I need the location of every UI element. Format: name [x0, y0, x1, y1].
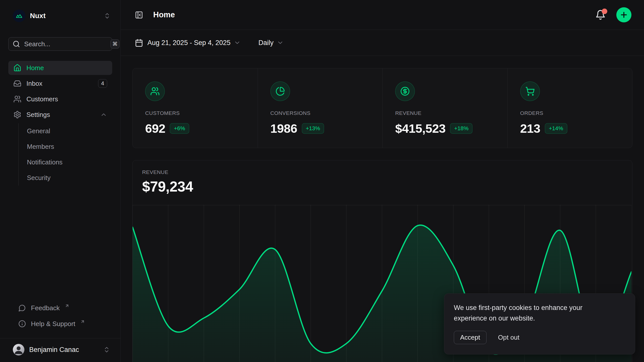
sidebar-item-settings[interactable]: Settings: [8, 108, 112, 122]
search-input[interactable]: [24, 40, 108, 48]
sidebar-item-home[interactable]: Home: [8, 61, 112, 75]
stat-value: 213: [520, 121, 540, 135]
sidebar-item-general[interactable]: General: [19, 123, 112, 139]
accept-button[interactable]: Accept: [454, 331, 487, 344]
stat-orders[interactable]: ORDERS 213 +14%: [507, 68, 632, 148]
stat-delta-badge: +13%: [302, 123, 324, 134]
cookie-message: We use first-party cookies to enhance yo…: [454, 303, 605, 324]
sidebar-item-inbox[interactable]: Inbox 4: [8, 76, 112, 90]
stat-delta-badge: +18%: [450, 123, 472, 134]
help-support-link[interactable]: Help & Support: [8, 317, 112, 331]
sidebar-item-customers[interactable]: Customers: [8, 92, 112, 106]
gear-icon: [13, 111, 21, 119]
users-icon: [145, 81, 165, 101]
chevron-up-icon: [100, 111, 107, 118]
chevron-down-icon: [277, 39, 284, 46]
chevron-down-icon: [234, 39, 241, 46]
sidebar: Nuxt ⌘ K Home Inbox 4: [0, 0, 121, 362]
sidebar-nav: Home Inbox 4 Customers Settings Ge: [8, 61, 112, 186]
notification-dot: [602, 9, 607, 14]
workspace-switcher[interactable]: Nuxt: [8, 9, 112, 23]
user-section: Benjamin Canac: [0, 338, 120, 362]
stat-customers[interactable]: CUSTOMERS 692 +6%: [133, 68, 258, 148]
panel-left-close-icon: [135, 11, 143, 19]
chevrons-up-down-icon: [103, 346, 110, 353]
search-icon: [13, 40, 20, 48]
date-range-value: Aug 21, 2025 - Sep 4, 2025: [147, 39, 230, 47]
stat-conversions[interactable]: CONVERSIONS 1986 +13%: [258, 68, 383, 148]
stat-value: 1986: [270, 121, 297, 135]
info-icon: [18, 320, 26, 328]
period-select[interactable]: Daily: [258, 39, 284, 47]
stat-label: CONVERSIONS: [270, 110, 370, 116]
sidebar-item-label: Home: [26, 64, 44, 72]
settings-children: General Members Notifications Security: [18, 123, 112, 186]
calendar-icon: [135, 39, 143, 47]
stats-cards: CUSTOMERS 692 +6% CONVERSIONS 1986 +13%: [132, 68, 632, 148]
message-icon: [18, 304, 26, 312]
add-button[interactable]: [616, 7, 631, 22]
sidebar-item-label: Customers: [26, 95, 58, 103]
user-menu[interactable]: Benjamin Canac: [8, 342, 112, 357]
home-icon: [13, 64, 21, 72]
feedback-label: Feedback: [31, 304, 60, 312]
stat-revenue[interactable]: REVENUE $415,523 +18%: [382, 68, 507, 148]
plus-icon: [620, 11, 628, 19]
cart-icon: [520, 81, 540, 101]
header-actions: [595, 7, 631, 22]
mountains-icon: [15, 12, 23, 20]
user-avatar: [13, 344, 24, 355]
nuxt-logo: [13, 10, 25, 22]
inbox-icon: [13, 79, 21, 87]
page-header: Home: [121, 0, 644, 30]
page-title: Home: [153, 10, 175, 19]
stat-delta-badge: +14%: [545, 123, 567, 134]
collapse-sidebar-button[interactable]: [135, 11, 143, 19]
opt-out-button[interactable]: Opt out: [498, 334, 519, 341]
users-icon: [13, 95, 21, 103]
search-input-wrap[interactable]: ⌘ K: [8, 37, 112, 51]
inbox-count-badge: 4: [98, 79, 107, 88]
external-link-icon: [80, 319, 85, 324]
chart-total-value: $79,234: [142, 178, 623, 195]
sidebar-item-members[interactable]: Members: [19, 139, 112, 154]
stat-label: CUSTOMERS: [145, 110, 245, 116]
sidebar-item-label: Settings: [26, 111, 50, 119]
sidebar-item-security[interactable]: Security: [19, 170, 112, 186]
chart-title: REVENUE: [142, 169, 623, 175]
period-value: Daily: [258, 39, 273, 47]
sidebar-item-label: Inbox: [26, 80, 43, 87]
cookie-banner: We use first-party cookies to enhance yo…: [444, 293, 635, 354]
stat-label: ORDERS: [520, 110, 620, 116]
notifications-button[interactable]: [595, 10, 606, 20]
user-name: Benjamin Canac: [29, 346, 79, 354]
chevrons-up-down-icon: [104, 12, 111, 19]
stat-label: REVENUE: [395, 110, 495, 116]
sidebar-spacer: [8, 186, 112, 301]
stat-value: $415,523: [395, 121, 446, 135]
stat-delta-badge: +6%: [170, 123, 189, 134]
workspace-name: Nuxt: [30, 12, 46, 20]
date-range-picker[interactable]: Aug 21, 2025 - Sep 4, 2025: [135, 39, 241, 47]
pie-chart-icon: [270, 81, 290, 101]
circle-dollar-icon: [395, 81, 415, 101]
filters-toolbar: Aug 21, 2025 - Sep 4, 2025 Daily: [121, 30, 644, 56]
help-support-label: Help & Support: [31, 320, 75, 328]
person-silhouette-icon: [13, 344, 24, 355]
sidebar-item-notifications[interactable]: Notifications: [19, 154, 112, 170]
feedback-link[interactable]: Feedback: [8, 301, 112, 315]
kbd-cmd: ⌘: [110, 39, 119, 49]
external-link-icon: [65, 303, 69, 308]
stat-value: 692: [145, 121, 165, 135]
